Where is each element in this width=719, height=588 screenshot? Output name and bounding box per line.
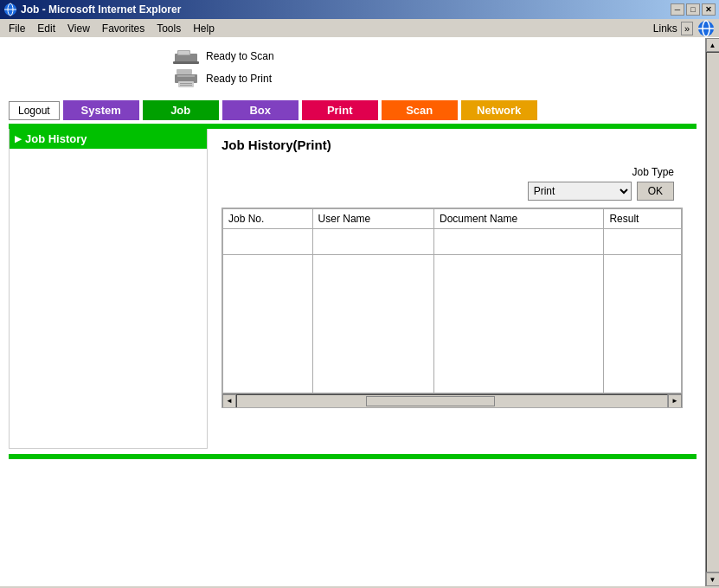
sidebar-item-label: Job History [25, 132, 87, 145]
svg-rect-14 [180, 83, 192, 84]
status-icons-area: Ready to Scan Ready to Print [0, 38, 705, 97]
svg-rect-13 [178, 81, 194, 87]
cell [434, 255, 604, 393]
cell [312, 229, 433, 255]
job-table: Job No. User Name Document Name Result [222, 208, 682, 393]
table-header-row: Job No. User Name Document Name Result [223, 209, 682, 229]
title-bar: Job - Microsoft Internet Explorer ─ □ ✕ [0, 0, 719, 19]
menu-file[interactable]: File [3, 21, 30, 36]
page-wrapper: Ready to Scan Ready to Print [0, 38, 705, 586]
bottom-green-separator [9, 454, 697, 459]
table-row [223, 255, 682, 393]
cell [604, 229, 682, 255]
job-table-inner[interactable]: Job No. User Name Document Name Result [222, 208, 682, 393]
nav-bar: Logout System Job Box Print Scan Network [0, 97, 705, 124]
network-nav-button[interactable]: Network [461, 100, 537, 120]
job-nav-button[interactable]: Job [143, 100, 219, 120]
col-user-name: User Name [312, 209, 433, 229]
sidebar: ▶ Job History [9, 129, 208, 449]
table-row [223, 229, 682, 255]
title-bar-text: Job - Microsoft Internet Explorer [21, 3, 181, 16]
cell [223, 229, 313, 255]
print-nav-button[interactable]: Print [302, 100, 378, 120]
job-type-section: Job Type Print Scan Fax OK [221, 166, 683, 201]
cell [434, 229, 604, 255]
ie-logo-icon [697, 20, 716, 37]
svg-rect-8 [178, 51, 189, 54]
logout-button[interactable]: Logout [9, 101, 60, 120]
menu-view[interactable]: View [62, 21, 95, 36]
main-content: Ready to Scan Ready to Print [0, 38, 705, 586]
menu-help[interactable]: Help [188, 21, 220, 36]
scroll-thumb[interactable] [366, 396, 495, 406]
col-job-no: Job No. [223, 209, 313, 229]
print-status-row: Ready to Print [173, 69, 272, 88]
links-label: Links [653, 22, 677, 35]
svg-rect-10 [177, 69, 192, 74]
sidebar-arrow-icon: ▶ [15, 134, 22, 144]
cell [223, 255, 313, 393]
menu-tools[interactable]: Tools [151, 21, 186, 36]
scroll-up-button[interactable]: ▲ [706, 38, 720, 52]
scroll-track[interactable] [236, 394, 668, 408]
ie-icon [3, 3, 17, 16]
ok-button[interactable]: OK [637, 182, 674, 201]
scan-status-row: Ready to Scan [173, 47, 274, 66]
panel-title: Job History(Print) [221, 137, 683, 152]
table-body [223, 229, 682, 393]
cell [604, 255, 682, 393]
job-type-select[interactable]: Print Scan Fax [528, 182, 632, 201]
scanner-icon [173, 47, 199, 66]
job-type-label: Job Type [632, 166, 674, 178]
job-table-wrapper: Job No. User Name Document Name Result [221, 208, 683, 408]
scan-nav-button[interactable]: Scan [382, 100, 458, 120]
cell [312, 255, 433, 393]
col-result: Result [604, 209, 682, 229]
svg-rect-12 [177, 75, 195, 77]
printer-icon [173, 69, 199, 88]
scroll-track-vertical[interactable] [706, 52, 720, 572]
col-document-name: Document Name [434, 209, 604, 229]
links-expand-button[interactable]: » [681, 22, 693, 35]
menu-favorites[interactable]: Favorites [97, 21, 150, 36]
svg-rect-15 [180, 85, 192, 86]
vertical-scrollbar[interactable]: ▲ ▼ [705, 38, 719, 586]
scroll-right-button[interactable]: ► [668, 394, 682, 408]
minimize-button[interactable]: ─ [671, 3, 684, 16]
right-panel: Job History(Print) Job Type Print Scan F… [208, 129, 697, 449]
browser-content: Ready to Scan Ready to Print [0, 38, 719, 586]
svg-rect-9 [173, 61, 199, 64]
menu-edit[interactable]: Edit [32, 21, 61, 36]
horizontal-scrollbar[interactable]: ◄ ► [222, 393, 682, 407]
maximize-button[interactable]: □ [686, 3, 700, 16]
scroll-left-button[interactable]: ◄ [222, 394, 236, 408]
close-button[interactable]: ✕ [702, 3, 716, 16]
box-nav-button[interactable]: Box [222, 100, 299, 120]
sidebar-item-job-history[interactable]: ▶ Job History [10, 129, 207, 149]
job-type-row: Print Scan Fax OK [528, 182, 674, 201]
scroll-down-button[interactable]: ▼ [706, 572, 720, 586]
scan-status-text: Ready to Scan [206, 50, 274, 62]
content-area: ▶ Job History Job History(Print) Job Typ… [9, 129, 697, 449]
system-nav-button[interactable]: System [63, 100, 139, 120]
print-status-text: Ready to Print [206, 73, 272, 85]
menu-bar: File Edit View Favorites Tools Help Link… [0, 19, 719, 38]
